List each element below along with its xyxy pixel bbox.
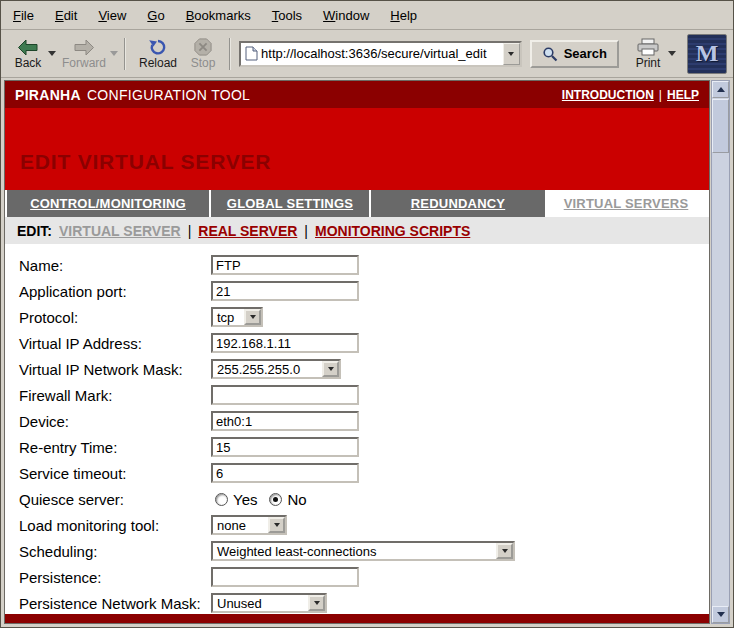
device-field[interactable]	[211, 411, 359, 431]
virtual-ip-netmask-select[interactable]: 255.255.255.0	[211, 359, 341, 379]
load-monitoring-select[interactable]: none	[211, 515, 287, 535]
chevron-down-icon	[668, 51, 676, 56]
field-label: Virtual IP Address:	[19, 335, 211, 352]
print-dropdown-button[interactable]	[666, 37, 677, 71]
scroll-down-button[interactable]	[712, 606, 729, 623]
url-input[interactable]	[258, 43, 503, 65]
dropdown-arrow-icon	[244, 309, 261, 325]
search-button[interactable]: Search	[530, 40, 619, 68]
menu-file[interactable]: File	[13, 8, 34, 23]
form-row: Quiesce server: Yes No	[5, 486, 709, 512]
quiesce-no-radio[interactable]	[269, 493, 282, 506]
back-button[interactable]: Back	[7, 36, 49, 72]
tab-global-settings[interactable]: GLOBAL SETTINGS	[211, 190, 369, 217]
piranha-header: PIRANHA CONFIGURATION TOOL INTRODUCTION …	[5, 81, 709, 108]
toolbar: Back Forward Reload Stop	[1, 30, 733, 78]
tab-bar: CONTROL/MONITORING GLOBAL SETTINGS REDUN…	[5, 190, 709, 217]
introduction-link[interactable]: INTRODUCTION	[562, 88, 654, 102]
field-label: Load monitoring tool:	[19, 517, 211, 534]
protocol-select[interactable]: tcp	[211, 307, 263, 327]
application-port-field[interactable]	[211, 281, 359, 301]
firewall-mark-field[interactable]	[211, 385, 359, 405]
form-row: Persistence Network Mask: Unused	[5, 590, 709, 616]
page-title: EDIT VIRTUAL SERVER	[5, 108, 709, 174]
field-label: Protocol:	[19, 309, 211, 326]
selected-value: none	[213, 517, 268, 533]
next-section-bar	[5, 614, 709, 623]
print-label: Print	[636, 57, 661, 69]
menu-bookmarks[interactable]: Bookmarks	[186, 8, 251, 23]
field-label: Persistence:	[19, 569, 211, 586]
back-dropdown-button[interactable]	[46, 37, 57, 71]
dropdown-arrow-icon	[308, 595, 325, 611]
form-row: Name:	[5, 252, 709, 278]
menu-help[interactable]: Help	[390, 8, 417, 23]
back-arrow-icon	[17, 39, 39, 56]
menu-go[interactable]: Go	[147, 8, 164, 23]
menu-edit[interactable]: Edit	[55, 8, 77, 23]
forward-arrow-icon	[73, 39, 95, 56]
url-dropdown-button[interactable]	[503, 43, 520, 65]
reentry-time-field[interactable]	[211, 437, 359, 457]
url-bar	[239, 41, 522, 67]
browser-viewport: PIRANHA CONFIGURATION TOOL INTRODUCTION …	[4, 80, 710, 624]
virtual-server-form: Name: Application port: Protocol: tcp Vi…	[5, 244, 709, 616]
menu-bar: File Edit View Go Bookmarks Tools Window…	[1, 1, 733, 30]
search-label: Search	[564, 46, 607, 61]
radio-label: Yes	[233, 491, 257, 508]
print-button[interactable]: Print	[627, 35, 669, 72]
menu-view[interactable]: View	[98, 8, 126, 23]
vertical-scrollbar[interactable]	[711, 80, 730, 624]
toolbar-grip	[229, 38, 232, 70]
reload-icon	[148, 38, 168, 56]
quiesce-yes-radio[interactable]	[215, 493, 228, 506]
field-label: Application port:	[19, 283, 211, 300]
forward-dropdown-button[interactable]	[108, 37, 119, 71]
service-timeout-field[interactable]	[211, 463, 359, 483]
form-row: Re-entry Time:	[5, 434, 709, 460]
reload-button[interactable]: Reload	[134, 35, 182, 72]
persistence-field[interactable]	[211, 567, 359, 587]
arrow-down-icon	[717, 612, 725, 617]
monitoring-scripts-link[interactable]: MONITORING SCRIPTS	[315, 223, 470, 239]
forward-label: Forward	[62, 57, 106, 69]
radio-label: No	[287, 491, 306, 508]
mozilla-logo-icon[interactable]: M	[687, 34, 727, 74]
field-label: Scheduling:	[19, 543, 211, 560]
tab-redundancy[interactable]: REDUNDANCY	[371, 190, 545, 217]
stop-icon	[194, 38, 212, 56]
field-label: Persistence Network Mask:	[19, 595, 211, 612]
forward-button[interactable]: Forward	[57, 36, 111, 72]
form-row: Virtual IP Address:	[5, 330, 709, 356]
brand-subtitle: CONFIGURATION TOOL	[87, 87, 250, 103]
red-banner: EDIT VIRTUAL SERVER	[5, 108, 709, 190]
selected-value: 255.255.255.0	[213, 361, 322, 377]
field-label: Virtual IP Network Mask:	[19, 361, 211, 378]
toolbar-separator	[124, 38, 127, 70]
selected-value: Weighted least-connections	[213, 543, 496, 559]
chevron-down-icon	[508, 52, 514, 56]
help-link[interactable]: HELP	[667, 88, 699, 102]
stop-button[interactable]: Stop	[182, 35, 224, 72]
name-field[interactable]	[211, 255, 359, 275]
real-server-link[interactable]: REAL SERVER	[198, 223, 297, 239]
url-area: Search	[239, 40, 619, 68]
virtual-ip-address-field[interactable]	[211, 333, 359, 353]
edit-prefix: EDIT:	[17, 223, 52, 239]
dropdown-arrow-icon	[268, 517, 285, 533]
stop-label: Stop	[191, 57, 216, 69]
tab-virtual-servers[interactable]: VIRTUAL SERVERS	[547, 190, 705, 217]
scheduling-select[interactable]: Weighted least-connections	[211, 541, 515, 561]
tab-control-monitoring[interactable]: CONTROL/MONITORING	[7, 190, 209, 217]
form-row: Service timeout:	[5, 460, 709, 486]
reload-label: Reload	[139, 57, 177, 69]
form-row: Protocol: tcp	[5, 304, 709, 330]
menu-window[interactable]: Window	[323, 8, 369, 23]
menu-tools[interactable]: Tools	[272, 8, 302, 23]
scroll-up-button[interactable]	[712, 81, 729, 98]
virtual-server-link[interactable]: VIRTUAL SERVER	[59, 223, 181, 239]
scrollbar-thumb[interactable]	[712, 99, 729, 153]
page-icon	[245, 46, 258, 61]
persistence-netmask-select[interactable]: Unused	[211, 593, 327, 613]
field-label: Service timeout:	[19, 465, 211, 482]
